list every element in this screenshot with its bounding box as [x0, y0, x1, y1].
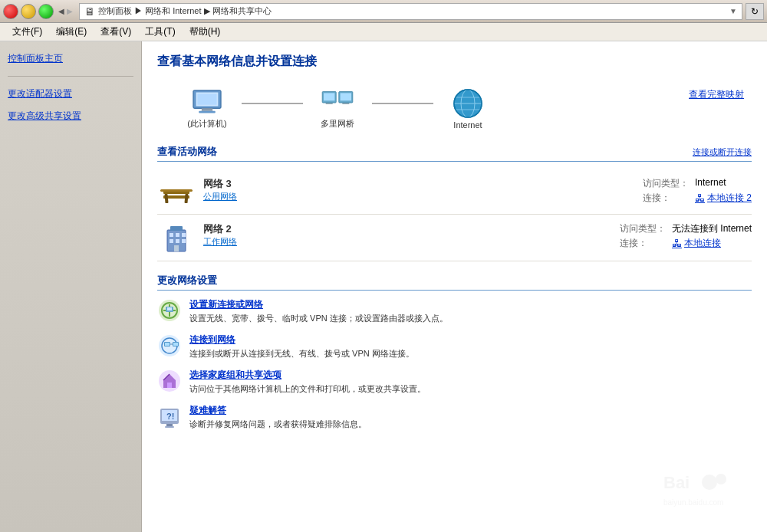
title-bar: ◀ ▶ 🖥 控制面板 ▶ 网络和 Internet ▶ 网络和共享中心 ▼ ↻ — [0, 0, 767, 23]
network-3-conn-row: 连接： 🖧 本地连接 2 — [643, 192, 752, 205]
sidebar-home-link[interactable]: 控制面板主页 — [8, 51, 133, 67]
active-networks-title: 查看活动网络 — [157, 145, 217, 159]
svg-rect-47 — [167, 383, 172, 388]
homegroup-icon — [157, 369, 182, 393]
network-2-access-label: 访问类型： — [620, 222, 666, 235]
svg-text:Bai: Bai — [663, 473, 690, 492]
network-item-2: 网络 2 工作网络 访问类型： 无法连接到 Internet 连接： 🖧 本地连… — [157, 215, 752, 261]
troubleshoot-desc: 诊断并修复网络问题，或者获得疑难排除信息。 — [189, 419, 367, 429]
svg-rect-31 — [174, 245, 179, 251]
back-button[interactable]: ◀ — [58, 7, 64, 15]
network-3-access-value: Internet — [695, 177, 726, 190]
full-map-link[interactable]: 查看完整映射 — [689, 88, 744, 101]
net-node-bridge: 多里网桥 — [303, 89, 372, 130]
settings-item-connect-text: 连接到网络 连接到或断开从连接到无线、有线、拨号或 VPN 网络连接。 — [189, 333, 752, 360]
homegroup-desc: 访问位于其他网络计算机上的文件和打印机，或更改共享设置。 — [189, 384, 426, 393]
settings-item-new-connection: 设置新连接或网络 设置无线、宽带、拨号、临时或 VPN 连接；或设置路由器或接入… — [157, 298, 752, 324]
menu-tools[interactable]: 工具(T) — [139, 24, 181, 40]
svg-rect-29 — [176, 239, 179, 243]
network-2-conn-row: 连接： 🖧 本地连接 — [620, 237, 752, 250]
network-2-name: 网络 2 — [203, 222, 589, 236]
svg-rect-3 — [199, 110, 216, 113]
network-3-access-row: 访问类型： Internet — [643, 177, 752, 190]
more-settings-header: 更改网络设置 — [157, 274, 752, 291]
homegroup-svg — [157, 369, 182, 393]
menu-bar: 文件(F) 编辑(E) 查看(V) 工具(T) 帮助(H) — [0, 23, 767, 41]
bench-icon — [159, 177, 194, 206]
network-2-details: 访问类型： 无法连接到 Internet 连接： 🖧 本地连接 — [620, 222, 752, 250]
new-connection-link[interactable]: 设置新连接或网络 — [189, 298, 752, 311]
dropdown-arrow[interactable]: ▼ — [729, 7, 737, 15]
troubleshoot-icon: ?! — [157, 404, 182, 429]
svg-rect-6 — [324, 93, 334, 100]
menu-edit[interactable]: 编辑(E) — [50, 24, 93, 40]
svg-rect-37 — [167, 307, 172, 310]
svg-text:?!: ?! — [166, 412, 174, 421]
network-3-type[interactable]: 公用网络 — [203, 191, 612, 202]
refresh-button[interactable]: ↻ — [746, 3, 764, 20]
svg-rect-51 — [166, 424, 173, 426]
svg-rect-52 — [165, 426, 174, 428]
connect-disconnect-link[interactable]: 连接或断开连接 — [693, 146, 752, 158]
network-2-icon — [157, 222, 196, 253]
svg-text:baiyun.baidu.com: baiyun.baidu.com — [663, 498, 723, 507]
troubleshoot-link[interactable]: 疑难解答 — [189, 404, 752, 417]
new-connection-icon — [157, 298, 182, 323]
page-title: 查看基本网络信息并设置连接 — [157, 54, 752, 70]
maximize-button[interactable] — [38, 4, 54, 19]
connect-link[interactable]: 连接到网络 — [189, 333, 752, 346]
network-2-type[interactable]: 工作网络 — [203, 236, 589, 248]
network-3-conn-value[interactable]: 🖧 本地连接 2 — [695, 192, 752, 205]
settings-list: 设置新连接或网络 设置无线、宽带、拨号、临时或 VPN 连接；或设置路由器或接入… — [157, 298, 752, 430]
svg-rect-28 — [170, 239, 173, 243]
svg-rect-30 — [182, 239, 186, 243]
main-layout: 控制面板主页 更改适配器设置 更改高级共享设置 查看基本网络信息并设置连接 — [0, 41, 767, 532]
network-2-conn-label: 连接： — [620, 237, 666, 250]
network-3-details: 访问类型： Internet 连接： 🖧 本地连接 2 — [643, 177, 752, 205]
sidebar: 控制面板主页 更改适配器设置 更改高级共享设置 — [0, 41, 142, 532]
homegroup-link[interactable]: 选择家庭组和共享选项 — [189, 369, 752, 382]
more-settings: 更改网络设置 — [157, 274, 752, 430]
network-3-name: 网络 3 — [203, 177, 612, 191]
watermark: Bai baiyun.baidu.com — [660, 465, 752, 517]
minimize-button[interactable] — [21, 4, 36, 19]
svg-point-55 — [702, 475, 717, 490]
svg-rect-7 — [326, 103, 333, 104]
svg-rect-9 — [341, 93, 351, 100]
svg-rect-26 — [176, 233, 179, 237]
building-icon — [161, 222, 192, 253]
bridge-icon — [321, 89, 354, 117]
network-list: 网络 3 公用网络 访问类型： Internet 连接： 🖧 本地连接 2 — [157, 169, 752, 261]
net-node-bridge-label: 多里网桥 — [321, 118, 354, 130]
net-line-1 — [242, 103, 303, 104]
svg-rect-20 — [164, 194, 168, 203]
svg-rect-24 — [170, 226, 183, 231]
network-2-access-value: 无法连接到 Internet — [672, 222, 752, 235]
net-node-internet: Internet — [433, 88, 502, 130]
settings-item-troubleshoot: ?! 疑难解答 诊断并修复网络问题，或者获得疑难排除信息。 — [157, 404, 752, 430]
svg-point-56 — [716, 474, 726, 484]
window-controls — [3, 4, 54, 19]
close-button[interactable] — [3, 4, 18, 19]
menu-file[interactable]: 文件(F) — [6, 24, 48, 40]
settings-item-new-connection-text: 设置新连接或网络 设置无线、宽带、拨号、临时或 VPN 连接；或设置路由器或接入… — [189, 298, 752, 324]
menu-help[interactable]: 帮助(H) — [183, 24, 227, 40]
network-diagram: (此计算机) 多里网桥 — [157, 80, 752, 145]
content-area: 查看基本网络信息并设置连接 (此计算机) — [142, 41, 767, 532]
network-item-3: 网络 3 公用网络 访问类型： Internet 连接： 🖧 本地连接 2 — [157, 169, 752, 215]
network-3-info: 网络 3 公用网络 — [203, 177, 612, 202]
active-networks-header: 查看活动网络 连接或断开连接 — [157, 145, 752, 162]
svg-rect-41 — [165, 343, 170, 346]
forward-button[interactable]: ▶ — [67, 7, 73, 15]
menu-view[interactable]: 查看(V) — [94, 24, 137, 40]
address-bar[interactable]: 🖥 控制面板 ▶ 网络和 Internet ▶ 网络和共享中心 ▼ — [79, 3, 742, 20]
settings-item-homegroup: 选择家庭组和共享选项 访问位于其他网络计算机上的文件和打印机，或更改共享设置。 — [157, 369, 752, 395]
settings-item-connect: 连接到网络 连接到或断开从连接到无线、有线、拨号或 VPN 网络连接。 — [157, 333, 752, 360]
network-2-conn-value[interactable]: 🖧 本地连接 — [672, 237, 721, 250]
network-3-conn-label: 连接： — [643, 192, 689, 205]
network-3-icon — [157, 177, 196, 206]
computer-icon — [190, 89, 224, 117]
sidebar-sharing-link[interactable]: 更改高级共享设置 — [8, 108, 133, 124]
sidebar-adapter-link[interactable]: 更改适配器设置 — [8, 86, 133, 102]
svg-rect-27 — [182, 233, 186, 237]
